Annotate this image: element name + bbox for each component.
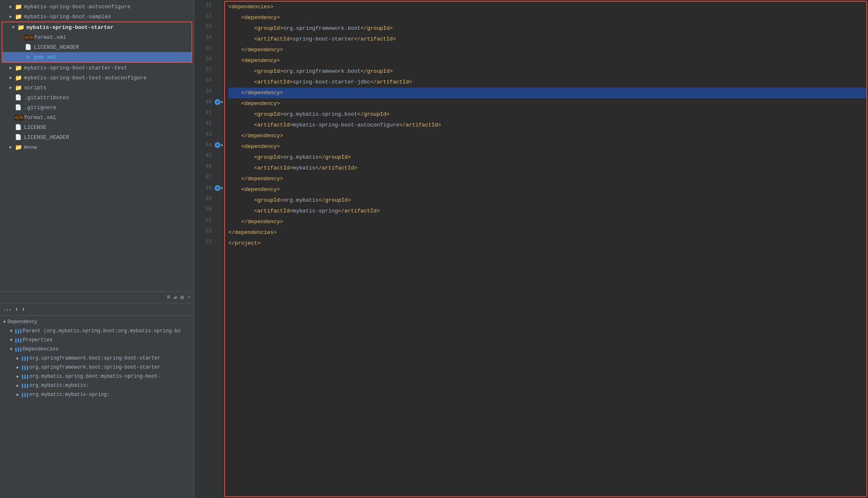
struct-item-label: org.mybatis.spring.boot:mybatis-spring-b…	[29, 374, 160, 379]
struct-item-dep1[interactable]: ▶ ▐▐▐ org.springframework.boot:spring-bo…	[0, 354, 194, 363]
code-line-39[interactable]: </dependency>	[228, 88, 866, 98]
xml-icon: </>	[14, 115, 24, 121]
folder-icon: 📁	[15, 65, 22, 71]
collapse-up-icon[interactable]: ⬆	[15, 306, 18, 313]
tree-item-label: format.xml	[34, 34, 66, 41]
code-line-44[interactable]: <dependency>	[228, 141, 866, 152]
tree-item-LICENSE[interactable]: 📄 LICENSE	[0, 122, 194, 132]
code-line-53[interactable]: </project>	[228, 238, 866, 249]
settings-icon[interactable]: ⚙	[180, 294, 184, 301]
line-row-48: 48▲	[194, 183, 223, 193]
tree-item-label: mybatis-spring-boot-starter	[26, 24, 114, 31]
line-row-31: 31	[194, 0, 223, 11]
line-number: 46	[194, 161, 214, 172]
tree-item-mybatis-spring-boot-starter[interactable]: ▼ 📁 mybatis-spring-boot-starter	[2, 22, 191, 32]
struct-item-dependency[interactable]: ▼ Dependency	[0, 317, 194, 326]
tree-item-icon: 📁	[14, 74, 22, 81]
code-line-42[interactable]: <artifactId>mybatis-spring-boot-autoconf…	[228, 120, 866, 131]
line-row-41: 41	[194, 107, 223, 118]
tree-item-icon: 📁	[14, 64, 22, 71]
code-line-31[interactable]: <dependencies>	[228, 2, 866, 12]
struct-item-dep5[interactable]: ▶ ▐▐▐ org.mybatis:mybatis-spring:	[0, 390, 194, 399]
code-editor[interactable]: <dependencies> <dependency> <groupId>org…	[224, 1, 867, 497]
tree-item-icon: 📁	[14, 3, 22, 10]
selected-folder-box: ▼ 📁 mybatis-spring-boot-starter </> form…	[2, 21, 192, 63]
tree-item-icon: 📁	[14, 144, 22, 151]
code-line-45[interactable]: <groupId>org.mybatis</groupId>	[228, 152, 866, 163]
struct-item-dep4[interactable]: ▶ ▐▐▐ org.mybatis:mybatis:	[0, 381, 194, 390]
struct-item-dep2[interactable]: ▶ ▐▐▐ org.springframework.boot:spring-bo…	[0, 363, 194, 372]
file-icon: 📄	[15, 105, 22, 111]
code-line-49[interactable]: <groupId>org.mybatis</groupId>	[228, 195, 866, 206]
tree-item-mybatis-spring-boot-starter-test[interactable]: ▶ 📁 mybatis-spring-boot-starter-test	[0, 63, 194, 73]
line-number: 35	[194, 43, 214, 54]
line-number: 38	[194, 75, 214, 86]
code-line-41[interactable]: <groupId>org.mybatis.spring.boot</groupI…	[228, 109, 866, 120]
tree-item-.gitattributes[interactable]: 📄 .gitattributes	[0, 93, 194, 102]
line-row-43: 43	[194, 129, 223, 140]
tree-item-icon: 📄	[24, 44, 32, 50]
tree-item-label: mvnw	[24, 144, 37, 150]
gutter-cell	[214, 21, 223, 32]
sort-number-icon[interactable]: ↓₁₂	[3, 307, 12, 312]
code-line-48[interactable]: <dependency>	[228, 184, 866, 195]
line-number: 39	[194, 86, 214, 97]
struct-item-dependencies[interactable]: ▼ ▐▐▐ Dependencies	[0, 345, 194, 354]
folder-icon: 📁	[15, 144, 22, 151]
code-line-34[interactable]: <artifactId>spring-boot-starter</artifac…	[228, 34, 866, 45]
code-line-43[interactable]: </dependency>	[228, 131, 866, 141]
tree-item-pom.xml[interactable]: m pom.xml	[2, 52, 191, 62]
tree-arrow: ▶	[7, 65, 14, 70]
tree-item-format.xml.root[interactable]: </> format.xml	[0, 112, 194, 122]
gutter-cell	[214, 226, 223, 236]
tree-item-icon: </>	[24, 34, 32, 41]
tree-item-LICENSE_HEADER[interactable]: 📄 LICENSE_HEADER	[2, 42, 191, 52]
code-line-47[interactable]: </dependency>	[228, 174, 866, 184]
code-line-38[interactable]: <artifactId>spring-boot-starter-jdbc</ar…	[228, 77, 866, 88]
tree-item-mybatis-spring-boot-test-autoconfigure[interactable]: ▶ 📁 mybatis-spring-boot-test-autoconfigu…	[0, 73, 194, 83]
gutter-cell	[214, 64, 223, 75]
collapse-down-icon[interactable]: ⬇	[22, 306, 25, 313]
line-number: 40	[194, 97, 214, 107]
gutter-cell	[214, 150, 223, 161]
line-numbers: 31323334353637383940▲41424344▲45464748▲4…	[194, 0, 223, 498]
code-line-35[interactable]: </dependency>	[228, 45, 866, 55]
tree-arrow: ▶	[7, 145, 14, 150]
align-left-icon[interactable]: ⇌	[174, 294, 177, 301]
gutter-cell: ▲	[214, 183, 223, 193]
tree-item-mybatis-spring-boot-autoconfigure[interactable]: ▶ 📁 mybatis-spring-boot-autoconfigure	[0, 2, 194, 12]
code-line-46[interactable]: <artifactId>mybatis</artifactId>	[228, 163, 866, 174]
gutter-cell	[214, 75, 223, 86]
code-line-37[interactable]: <groupId>org.springframework.boot</group…	[228, 66, 866, 77]
structure-tree: ▼ Dependency ▼ ▐▐▐ Parent (org.mybatis.s…	[0, 316, 194, 401]
code-line-36[interactable]: <dependency>	[228, 55, 866, 66]
gutter-cell	[214, 129, 223, 140]
code-line-40[interactable]: <dependency>	[228, 98, 866, 109]
struct-item-parent[interactable]: ▼ ▐▐▐ Parent (org.mybatis.spring.boot:or…	[0, 326, 194, 336]
line-row-45: 45	[194, 150, 223, 161]
align-center-icon[interactable]: ≡	[167, 294, 170, 301]
code-line-51[interactable]: </dependency>	[228, 217, 866, 227]
code-line-52[interactable]: </dependencies>	[228, 227, 866, 238]
tree-item-scripts[interactable]: ▶ 📁 scripts	[0, 83, 194, 93]
tree-item-format.xml[interactable]: </> format.xml	[2, 32, 191, 42]
code-line-50[interactable]: <artifactId>mybatis-spring</artifactId>	[228, 206, 866, 217]
tree-item-mvnw[interactable]: ▶ 📁 mvnw	[0, 142, 194, 152]
minimize-icon[interactable]: −	[187, 294, 191, 301]
line-row-42: 42	[194, 118, 223, 129]
struct-item-dep3[interactable]: ▶ ▐▐▐ org.mybatis.spring.boot:mybatis-sp…	[0, 372, 194, 381]
line-number: 34	[194, 32, 214, 43]
line-number: 47	[194, 172, 214, 183]
tree-item-mybatis-spring-boot-samples[interactable]: ▶ 📁 mybatis-spring-boot-samples	[0, 12, 194, 21]
struct-bar-icon: ▐▐▐	[14, 337, 23, 343]
structure-header: ≡ ⇌ ⚙ −	[0, 292, 194, 303]
gutter-dot-icon	[215, 185, 220, 191]
tree-item-LICENSE_HEADER.root[interactable]: 📄 LICENSE_HEADER	[0, 132, 194, 142]
tree-arrow: ▶	[7, 85, 14, 90]
left-panel: ▶ 📁 mybatis-spring-boot-autoconfigure ▶ …	[0, 0, 194, 498]
tree-item-.gitignore[interactable]: 📄 .gitignore	[0, 102, 194, 112]
code-line-32[interactable]: <dependency>	[228, 12, 866, 23]
struct-item-properties[interactable]: ▼ ▐▐▐ Properties	[0, 336, 194, 345]
code-line-33[interactable]: <groupId>org.springframework.boot</group…	[228, 23, 866, 34]
line-row-33: 33	[194, 21, 223, 32]
